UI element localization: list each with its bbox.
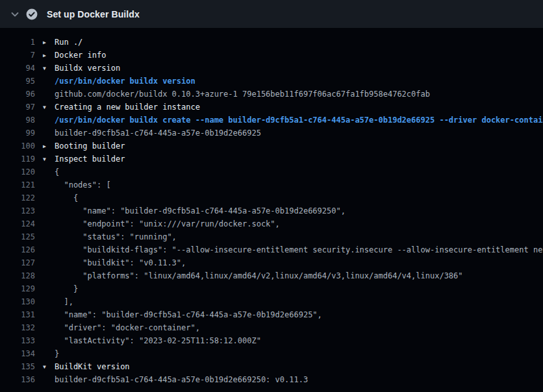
- group-title: Booting builder: [55, 141, 125, 151]
- line-number[interactable]: 120: [0, 165, 35, 178]
- line-number[interactable]: 125: [0, 230, 35, 243]
- log-line: 127 "buildkit": "v0.11.3",: [0, 256, 543, 269]
- line-number[interactable]: 122: [0, 191, 35, 204]
- line-number[interactable]: 126: [0, 243, 35, 256]
- line-number[interactable]: 121: [0, 178, 35, 191]
- line-number[interactable]: 123: [0, 204, 35, 217]
- log-output-text: ],: [43, 295, 73, 308]
- log-line[interactable]: 135▼BuildKit version: [0, 360, 543, 373]
- log-group-header[interactable]: ▼Creating a new builder instance: [43, 101, 200, 114]
- log-group-header[interactable]: ▶Docker info: [43, 49, 106, 62]
- group-title: BuildKit version: [55, 362, 130, 371]
- chevron-down-icon[interactable]: [9, 8, 21, 20]
- log-line: 128 "platforms": "linux/amd64,linux/amd6…: [0, 269, 543, 282]
- group-collapsed-arrow-icon[interactable]: ▶: [43, 49, 55, 62]
- log-line: 134}: [0, 347, 543, 360]
- log-line: 133 "lastActivity": "2023-02-25T11:58:12…: [0, 334, 543, 347]
- group-expanded-arrow-icon[interactable]: ▼: [43, 153, 55, 166]
- line-number[interactable]: 124: [0, 217, 35, 230]
- line-number[interactable]: 7: [0, 49, 35, 62]
- line-number[interactable]: 136: [0, 373, 35, 386]
- log-line: 99builder-d9cfb5a1-c764-445a-a57e-0b19d2…: [0, 127, 543, 140]
- line-number[interactable]: 132: [0, 321, 35, 334]
- line-number[interactable]: 99: [0, 127, 35, 140]
- log-group-header[interactable]: ▶Booting builder: [43, 140, 125, 153]
- log-line: 123 "name": "builder-d9cfb5a1-c764-445a-…: [0, 204, 543, 217]
- line-number[interactable]: 129: [0, 282, 35, 295]
- log-group-header[interactable]: ▼Inspect builder: [43, 153, 125, 165]
- group-collapsed-arrow-icon[interactable]: ▶: [43, 140, 55, 153]
- line-number[interactable]: 95: [0, 75, 35, 88]
- log-output-text: "status": "running",: [43, 230, 177, 243]
- log-output-text: }: [43, 282, 78, 295]
- log-line: 120{: [0, 165, 543, 178]
- log-line: 126 "buildkitd-flags": "--allow-insecure…: [0, 243, 543, 256]
- log-output-text: {: [43, 191, 78, 204]
- log-line[interactable]: 97▼Creating a new builder instance: [0, 101, 543, 114]
- line-number[interactable]: 1: [0, 36, 35, 49]
- log-output-text: "endpoint": "unix:///var/run/docker.sock…: [43, 217, 280, 230]
- line-number[interactable]: 98: [0, 114, 35, 127]
- check-circle-icon: [26, 8, 38, 20]
- log-line: 95/usr/bin/docker buildx version: [0, 75, 543, 88]
- log-output-text: {: [43, 165, 59, 178]
- log-command-text: /usr/bin/docker buildx create --name bui…: [43, 114, 543, 127]
- line-number[interactable]: 128: [0, 269, 35, 282]
- log-output-text: builder-d9cfb5a1-c764-445a-a57e-0b19d2e6…: [43, 373, 308, 386]
- line-number[interactable]: 127: [0, 256, 35, 269]
- line-number[interactable]: 96: [0, 88, 35, 101]
- log-line: 122 {: [0, 191, 543, 204]
- log-group-header[interactable]: ▶Run ./: [43, 36, 82, 49]
- log-line: 125 "status": "running",: [0, 230, 543, 243]
- group-title: Run ./: [55, 38, 82, 47]
- step-title: Set up Docker Buildx: [47, 9, 140, 19]
- group-expanded-arrow-icon[interactable]: ▼: [43, 101, 55, 114]
- group-title: Creating a new builder instance: [55, 103, 200, 112]
- line-number[interactable]: 134: [0, 347, 35, 360]
- log-group-header[interactable]: ▼BuildKit version: [43, 360, 130, 373]
- log-line: 136builder-d9cfb5a1-c764-445a-a57e-0b19d…: [0, 373, 543, 386]
- log-line: 132 "driver": "docker-container",: [0, 321, 543, 334]
- group-expanded-arrow-icon[interactable]: ▼: [43, 361, 55, 374]
- log-line: 130 ],: [0, 295, 543, 308]
- log-output-text: }: [43, 347, 59, 360]
- log-output-text: "nodes": [: [43, 178, 111, 191]
- log-command-text: /usr/bin/docker buildx version: [43, 75, 196, 88]
- group-collapsed-arrow-icon[interactable]: ▶: [43, 36, 55, 49]
- log-output-text: "lastActivity": "2023-02-25T11:58:12.000…: [43, 334, 261, 347]
- step-header[interactable]: Set up Docker Buildx: [0, 0, 543, 28]
- log-output-text: "buildkit": "v0.11.3",: [43, 256, 186, 269]
- group-title: Buildx version: [55, 64, 120, 73]
- log-line: 129 }: [0, 282, 543, 295]
- line-number[interactable]: 130: [0, 295, 35, 308]
- line-number[interactable]: 119: [0, 153, 35, 165]
- log-output-text: "buildkitd-flags": "--allow-insecure-ent…: [43, 243, 543, 256]
- log-line: 121 "nodes": [: [0, 178, 543, 191]
- line-number[interactable]: 97: [0, 101, 35, 114]
- line-number[interactable]: 100: [0, 140, 35, 153]
- log-line[interactable]: 119▼Inspect builder: [0, 153, 543, 165]
- line-number[interactable]: 135: [0, 360, 35, 373]
- line-number[interactable]: 133: [0, 334, 35, 347]
- group-title: Docker info: [55, 51, 106, 60]
- log-output-text: "driver": "docker-container",: [43, 321, 200, 334]
- group-title: Inspect builder: [55, 154, 125, 164]
- log-line: 96github.com/docker/buildx 0.10.3+azure-…: [0, 88, 543, 101]
- group-expanded-arrow-icon[interactable]: ▼: [43, 62, 55, 75]
- log-group-header[interactable]: ▼Buildx version: [43, 62, 120, 75]
- log-output-text: github.com/docker/buildx 0.10.3+azure-1 …: [43, 88, 430, 101]
- line-number[interactable]: 94: [0, 62, 35, 75]
- log-output-text: "platforms": "linux/amd64,linux/amd64/v2…: [43, 269, 463, 282]
- log-area: 1▶Run ./7▶Docker info94▼Buildx version95…: [0, 28, 543, 386]
- log-line[interactable]: 1▶Run ./: [0, 36, 543, 49]
- log-output-text: "name": "builder-d9cfb5a1-c764-445a-a57e…: [43, 204, 346, 217]
- line-number[interactable]: 131: [0, 308, 35, 321]
- log-output-text: "name": "builder-d9cfb5a1-c764-445a-a57e…: [43, 308, 322, 321]
- log-line[interactable]: 100▶Booting builder: [0, 140, 543, 153]
- log-line[interactable]: 7▶Docker info: [0, 49, 543, 62]
- log-line: 98/usr/bin/docker buildx create --name b…: [0, 114, 543, 127]
- log-line: 131 "name": "builder-d9cfb5a1-c764-445a-…: [0, 308, 543, 321]
- log-line: 124 "endpoint": "unix:///var/run/docker.…: [0, 217, 543, 230]
- log-output-text: builder-d9cfb5a1-c764-445a-a57e-0b19d2e6…: [43, 127, 261, 140]
- log-line[interactable]: 94▼Buildx version: [0, 62, 543, 75]
